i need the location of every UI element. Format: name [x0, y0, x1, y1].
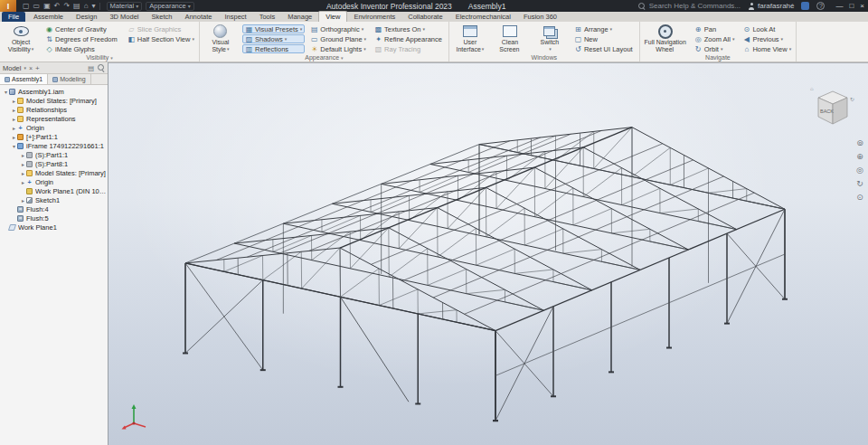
look-at-icon[interactable]: ⊙: [856, 194, 863, 202]
tree-expander-icon[interactable]: [20, 161, 26, 167]
clean-screen-button[interactable]: Clean Screen: [491, 23, 529, 53]
browser-panel-tab[interactable]: Model: [3, 64, 21, 72]
tab-manage[interactable]: Manage: [281, 12, 318, 22]
tab-electromechanical[interactable]: Electromechanical: [449, 12, 517, 22]
tree-expander-icon[interactable]: [11, 116, 17, 122]
tree-expander-icon[interactable]: [11, 125, 17, 131]
tab-view[interactable]: View: [318, 11, 347, 22]
orbit-icon[interactable]: ↻: [856, 180, 863, 188]
app-store-icon[interactable]: [801, 2, 809, 10]
tree-item[interactable]: Model States: [Primary]: [0, 168, 108, 177]
tree-item[interactable]: Origin: [0, 123, 108, 132]
account-menu[interactable]: farafasrahé: [748, 2, 794, 10]
shadows-button[interactable]: ▨Shadows▾: [242, 34, 305, 43]
browser-doc-tab[interactable]: Assembly1: [0, 74, 48, 84]
tree-expander-icon[interactable]: [11, 134, 17, 140]
new-window-button[interactable]: ▢New: [571, 34, 637, 43]
tree-item[interactable]: Flush:5: [0, 213, 108, 222]
tree-expander-icon[interactable]: [11, 98, 17, 104]
tree-expander-icon[interactable]: [3, 89, 9, 95]
browser-search-icon[interactable]: [98, 64, 105, 71]
tree-item[interactable]: Work Plane1: [0, 222, 108, 232]
tree-expander-icon[interactable]: [20, 170, 26, 176]
3d-viewport[interactable]: ⌂ BACK ↻ ⊚⊕◎↻⊙: [108, 62, 868, 445]
open-icon[interactable]: ▭: [33, 0, 41, 12]
panel-footer-appearance[interactable]: Appearance▾: [202, 53, 447, 62]
ground-plane-button[interactable]: ▭Ground Plane▾: [307, 34, 369, 43]
close-panel-icon[interactable]: ×: [29, 65, 33, 71]
restore-button[interactable]: □: [849, 2, 854, 10]
new-file-icon[interactable]: ▢: [23, 0, 30, 12]
center-of-gravity-button[interactable]: ◉Center of Gravity: [42, 24, 122, 33]
degrees-of-freedom-button[interactable]: ⇅Degrees of Freedom: [42, 34, 122, 43]
inventor-logo[interactable]: I: [0, 0, 16, 12]
textures-on-button[interactable]: ▩Textures On▾: [372, 24, 447, 33]
zoom-icon[interactable]: ◎: [856, 166, 863, 175]
help-icon[interactable]: ?: [816, 2, 825, 10]
tree-expander-icon[interactable]: [20, 197, 26, 204]
tree-item[interactable]: (S):Part1:1: [0, 150, 108, 159]
qat-dropdown-icon[interactable]: ▾: [92, 0, 96, 12]
look-at-button[interactable]: ⊙Look At: [740, 24, 794, 33]
tab-file[interactable]: File: [2, 12, 25, 22]
home-view-button[interactable]: ⌂Home View▾: [740, 44, 794, 53]
tree-item[interactable]: Origin: [0, 177, 108, 186]
viewcube[interactable]: ⌂ BACK ↻: [808, 83, 857, 134]
filter-icon[interactable]: ▤: [88, 64, 94, 72]
panel-footer-windows[interactable]: Windows: [451, 53, 637, 62]
tree-item[interactable]: Representations: [0, 114, 108, 123]
full-navigation-wheel-icon[interactable]: ⊚: [856, 139, 863, 147]
close-button[interactable]: ×: [860, 2, 864, 10]
panel-footer-navigate[interactable]: Navigate: [642, 53, 794, 62]
browser-doc-tab[interactable]: Modeling: [48, 74, 90, 84]
tab-design[interactable]: Design: [70, 12, 103, 22]
zoom-all-button[interactable]: ◎Zoom All▾: [692, 34, 738, 43]
visual-style-button[interactable]: Visual Style▾: [202, 23, 240, 53]
slice-graphics-button[interactable]: ▱Slice Graphics: [125, 24, 197, 33]
arrange-button[interactable]: ⊞Arrange▾: [571, 24, 637, 33]
material-dropdown[interactable]: Material▾: [107, 2, 143, 11]
tree-expander-icon[interactable]: [20, 179, 26, 185]
pan-icon[interactable]: ⊕: [856, 153, 863, 161]
tree-expander-icon[interactable]: [11, 107, 17, 113]
refine-appearance-button[interactable]: ✦Refine Appearance: [372, 34, 447, 43]
home-icon[interactable]: ⌂: [84, 0, 89, 12]
tab-annotate[interactable]: Annotate: [178, 12, 218, 22]
tree-item[interactable]: Assembly1.iam: [0, 87, 108, 96]
tree-item[interactable]: Model States: [Primary]: [0, 96, 108, 105]
appearance-dropdown[interactable]: Appearance▾: [146, 2, 193, 11]
object-visibility-button[interactable]: Object Visibility▾: [2, 23, 40, 53]
reset-ui-layout-button[interactable]: ↺Reset UI Layout: [571, 44, 637, 53]
half-section-view-button[interactable]: ◧Half Section View▾: [125, 34, 197, 43]
tree-item[interactable]: [+]:Part1:1: [0, 132, 108, 141]
tab-inspect[interactable]: Inspect: [218, 12, 252, 22]
tab-fusion-360[interactable]: Fusion 360: [517, 12, 563, 22]
tree-expander-icon[interactable]: [20, 152, 26, 158]
panel-footer-visibility[interactable]: Visibility▾: [2, 53, 197, 62]
default-lights-button[interactable]: ☀Default Lights▾: [307, 44, 369, 53]
assembly-3d-model[interactable]: [108, 63, 868, 445]
tree-item[interactable]: Sketch1: [0, 195, 108, 204]
ray-tracing-button[interactable]: ▧Ray Tracing: [372, 44, 447, 53]
full-navigation-wheel-button[interactable]: Full Navigation Wheel: [642, 23, 689, 53]
viewcube-rotate-icon[interactable]: ↻: [850, 97, 854, 102]
tree-expander-icon[interactable]: [11, 143, 17, 149]
save-icon[interactable]: ▣: [43, 0, 51, 12]
switch-button[interactable]: Switch ▾: [531, 23, 569, 53]
reflections-button[interactable]: ▥Reflections: [242, 44, 305, 53]
viewcube-home-icon[interactable]: ⌂: [810, 86, 814, 91]
tree-item[interactable]: Flush:4: [0, 204, 108, 213]
imate-glyphs-button[interactable]: ◇iMate Glyphs: [42, 44, 122, 53]
previous-button[interactable]: ◀Previous▾: [740, 34, 794, 43]
tree-item[interactable]: Relationships: [0, 105, 108, 114]
redo-icon[interactable]: ↷: [63, 0, 70, 12]
minimize-button[interactable]: —: [835, 2, 843, 10]
user-interface-button[interactable]: User Interface▾: [451, 23, 489, 53]
undo-icon[interactable]: ↶: [54, 0, 61, 12]
visual-presets-button[interactable]: ▦Visual Presets▾: [242, 24, 305, 33]
tree-item[interactable]: iFrame 1749122291661:1: [0, 141, 108, 150]
add-panel-icon[interactable]: +: [35, 64, 40, 72]
tab-assemble[interactable]: Assemble: [27, 12, 70, 22]
tab-tools[interactable]: Tools: [253, 12, 282, 22]
tab-collaborate[interactable]: Collaborate: [401, 12, 448, 22]
